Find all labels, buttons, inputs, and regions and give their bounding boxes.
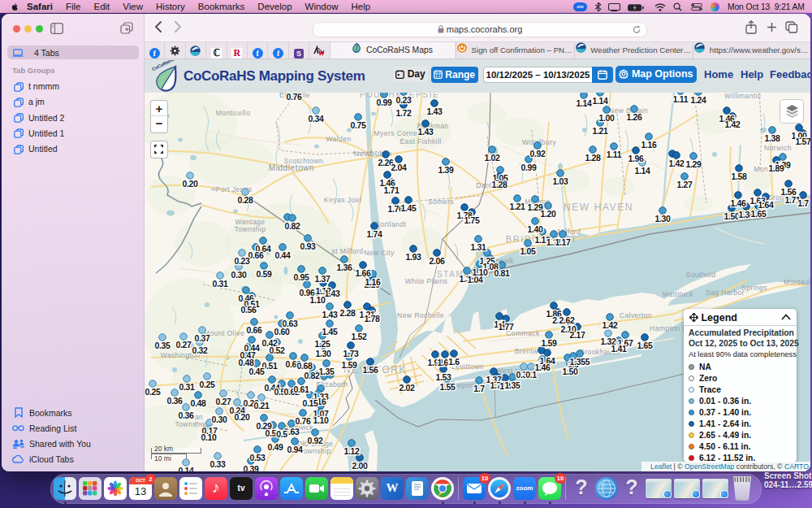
svg-text:1.20: 1.20 bbox=[540, 209, 556, 219]
svg-text:0.53: 0.53 bbox=[249, 453, 266, 462]
svg-text:1.65: 1.65 bbox=[750, 209, 767, 219]
svg-text:0.37: 0.37 bbox=[194, 333, 210, 343]
svg-text:0.30: 0.30 bbox=[211, 415, 227, 424]
svg-text:1.28: 1.28 bbox=[491, 180, 508, 189]
svg-text:Montauk: Montauk bbox=[784, 278, 810, 286]
svg-text:0.31: 0.31 bbox=[179, 382, 195, 392]
svg-text:0.52: 0.52 bbox=[269, 345, 285, 355]
svg-text:0.44: 0.44 bbox=[274, 250, 291, 260]
svg-text:East Fishkill: East Fishkill bbox=[400, 137, 441, 145]
svg-text:Somers: Somers bbox=[428, 198, 454, 206]
svg-text:0.66: 0.66 bbox=[248, 250, 264, 260]
svg-text:1.56: 1.56 bbox=[362, 365, 378, 375]
svg-text:1.78: 1.78 bbox=[364, 314, 380, 323]
svg-text:1.75: 1.75 bbox=[464, 215, 480, 225]
svg-text:0.61: 0.61 bbox=[293, 384, 309, 394]
svg-text:Springs: Springs bbox=[741, 284, 767, 292]
svg-text:1.71: 1.71 bbox=[383, 185, 400, 195]
svg-text:1.03: 1.03 bbox=[552, 176, 568, 186]
svg-text:0.36: 0.36 bbox=[166, 396, 183, 406]
svg-text:0.76: 0.76 bbox=[286, 93, 302, 102]
svg-text:Norwich: Norwich bbox=[764, 144, 792, 152]
svg-text:1.46: 1.46 bbox=[534, 363, 551, 372]
svg-text:0.92: 0.92 bbox=[307, 436, 323, 445]
svg-text:1.58: 1.58 bbox=[731, 172, 747, 181]
svg-text:1.11: 1.11 bbox=[607, 150, 622, 159]
svg-text:1.42: 1.42 bbox=[724, 119, 741, 129]
svg-text:0.21: 0.21 bbox=[253, 401, 270, 410]
svg-text:1.39: 1.39 bbox=[438, 165, 454, 175]
svg-text:0.28: 0.28 bbox=[237, 195, 253, 205]
svg-text:2.06: 2.06 bbox=[429, 256, 445, 266]
svg-text:1.28: 1.28 bbox=[585, 153, 601, 163]
svg-text:1.31: 1.31 bbox=[470, 242, 486, 252]
svg-text:0.82: 0.82 bbox=[304, 371, 320, 380]
svg-text:1.57: 1.57 bbox=[795, 137, 810, 146]
svg-text:1.14: 1.14 bbox=[576, 98, 592, 108]
svg-text:1.29: 1.29 bbox=[685, 159, 702, 169]
svg-text:0.23: 0.23 bbox=[234, 256, 250, 266]
svg-text:0.27: 0.27 bbox=[175, 340, 192, 350]
svg-text:0.15: 0.15 bbox=[302, 398, 318, 408]
svg-text:Calverton: Calverton bbox=[620, 311, 652, 319]
svg-text:0.99: 0.99 bbox=[520, 163, 537, 172]
svg-text:1.53: 1.53 bbox=[435, 372, 451, 382]
svg-text:1.42: 1.42 bbox=[602, 320, 618, 330]
svg-text:0.49: 0.49 bbox=[267, 442, 283, 452]
svg-text:0.33: 0.33 bbox=[209, 459, 226, 469]
svg-text:1.16: 1.16 bbox=[641, 140, 657, 150]
svg-text:Southold: Southold bbox=[685, 271, 715, 279]
svg-text:New Rochelle: New Rochelle bbox=[397, 311, 444, 319]
svg-text:1.10: 1.10 bbox=[472, 267, 488, 277]
svg-text:0.59: 0.59 bbox=[256, 269, 272, 279]
svg-text:1.55: 1.55 bbox=[439, 382, 456, 392]
svg-text:2.02: 2.02 bbox=[399, 383, 415, 393]
svg-text:1.30: 1.30 bbox=[315, 349, 331, 358]
svg-text:1.42: 1.42 bbox=[668, 158, 685, 168]
svg-text:1.05: 1.05 bbox=[520, 246, 536, 256]
svg-text:Cortlandt: Cortlandt bbox=[375, 220, 407, 228]
svg-text:1.46: 1.46 bbox=[730, 198, 746, 208]
svg-text:1.43: 1.43 bbox=[426, 106, 443, 116]
svg-text:1.89: 1.89 bbox=[768, 163, 784, 173]
svg-text:0.48: 0.48 bbox=[190, 398, 206, 408]
svg-text:0.92: 0.92 bbox=[529, 149, 546, 158]
svg-text:0.10: 0.10 bbox=[201, 432, 217, 442]
svg-text:1.59: 1.59 bbox=[541, 338, 557, 348]
svg-text:1.35: 1.35 bbox=[504, 380, 520, 390]
svg-text:1.10: 1.10 bbox=[309, 295, 326, 305]
svg-text:1.43: 1.43 bbox=[322, 310, 338, 319]
svg-text:1.25: 1.25 bbox=[314, 339, 330, 349]
svg-text:0.93: 0.93 bbox=[300, 241, 316, 251]
svg-text:1.65: 1.65 bbox=[637, 341, 653, 350]
svg-text:0.56: 0.56 bbox=[240, 305, 257, 315]
svg-text:1.74: 1.74 bbox=[366, 229, 382, 239]
svg-text:Kiryas Joel: Kiryas Joel bbox=[324, 196, 361, 204]
svg-text:0.14: 0.14 bbox=[178, 466, 194, 471]
svg-text:0.20: 0.20 bbox=[234, 412, 250, 422]
svg-text:1.41: 1.41 bbox=[611, 344, 627, 354]
svg-text:2.28: 2.28 bbox=[339, 308, 356, 318]
svg-text:0.32: 0.32 bbox=[192, 345, 208, 355]
svg-text:0.31: 0.31 bbox=[212, 279, 228, 289]
svg-text:Walden: Walden bbox=[326, 135, 351, 143]
svg-text:1.50: 1.50 bbox=[562, 367, 578, 376]
svg-text:1.24: 1.24 bbox=[690, 95, 706, 105]
svg-text:1.00: 1.00 bbox=[598, 113, 615, 123]
svg-text:0.66: 0.66 bbox=[246, 325, 262, 335]
svg-text:1.36: 1.36 bbox=[336, 263, 352, 272]
svg-text:0.99: 0.99 bbox=[376, 98, 392, 107]
svg-text:1.6: 1.6 bbox=[448, 357, 460, 367]
svg-text:0.30: 0.30 bbox=[231, 270, 247, 280]
svg-text:1.14: 1.14 bbox=[592, 96, 608, 106]
svg-text:0.35: 0.35 bbox=[154, 341, 171, 350]
svg-text:0.23: 0.23 bbox=[395, 95, 412, 105]
svg-text:1.72: 1.72 bbox=[395, 108, 412, 118]
svg-text:1.21: 1.21 bbox=[509, 202, 525, 211]
svg-text:2.00: 2.00 bbox=[352, 461, 368, 471]
svg-text:2.04: 2.04 bbox=[391, 163, 407, 172]
svg-text:1.96: 1.96 bbox=[628, 154, 644, 163]
svg-text:0.82: 0.82 bbox=[284, 221, 300, 231]
svg-text:Sag Harbor: Sag Harbor bbox=[706, 289, 745, 297]
svg-text:1.7: 1.7 bbox=[473, 384, 485, 393]
